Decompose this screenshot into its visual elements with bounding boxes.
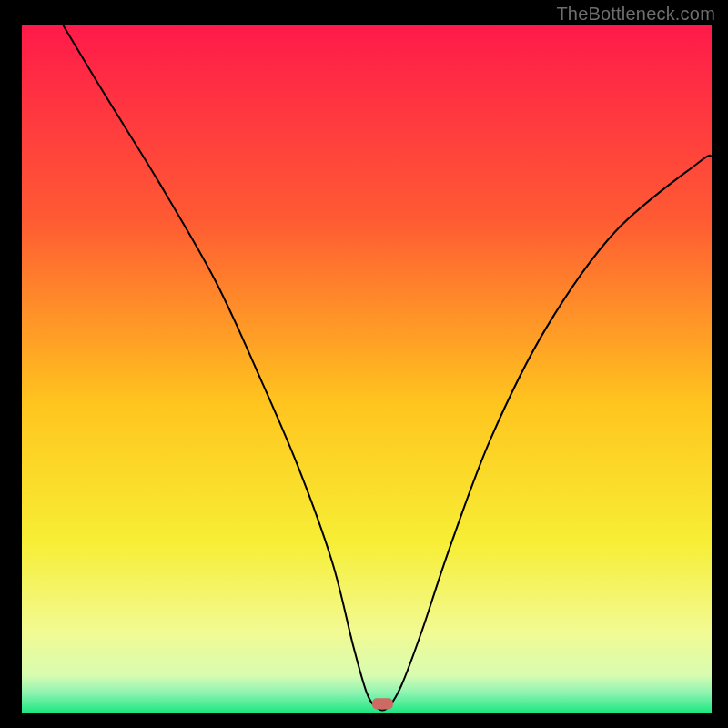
chart-frame: TheBottleneck.com bbox=[0, 0, 728, 728]
chart-svg bbox=[22, 25, 712, 713]
marker-point bbox=[372, 698, 393, 709]
watermark-text: TheBottleneck.com bbox=[556, 4, 715, 25]
chart-plot-area bbox=[22, 25, 712, 713]
